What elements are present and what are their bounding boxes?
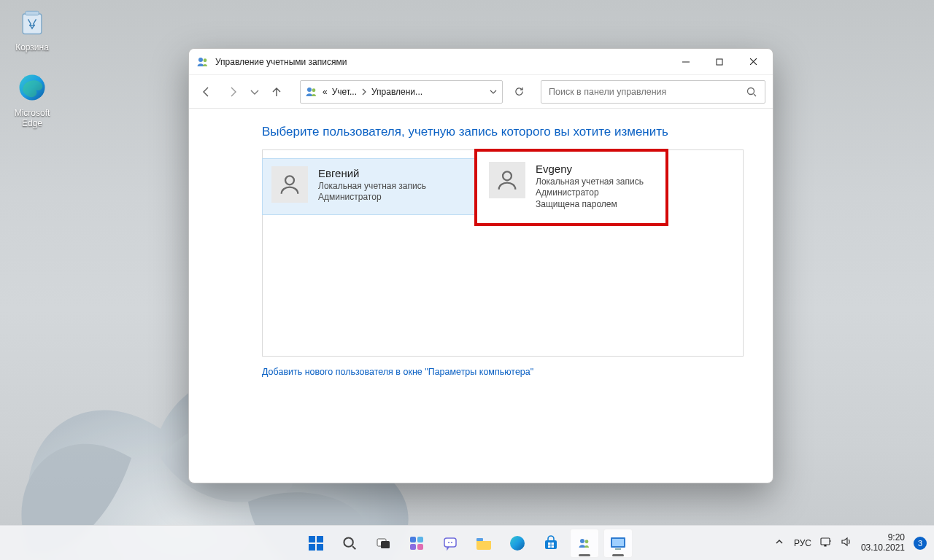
taskbar-app-control-panel[interactable] [603, 529, 633, 558]
svg-point-8 [748, 88, 754, 94]
date: 03.10.2021 [861, 543, 905, 553]
search-icon [746, 86, 757, 98]
svg-point-7 [312, 88, 316, 92]
svg-rect-35 [612, 539, 624, 546]
svg-rect-17 [381, 541, 390, 548]
minimize-button[interactable] [669, 50, 703, 74]
widgets-button[interactable] [402, 529, 431, 558]
svg-point-9 [285, 176, 294, 184]
svg-point-26 [510, 536, 525, 551]
taskbar: РУС 9:20 03.10.2021 3 [0, 525, 934, 560]
close-button[interactable] [736, 50, 770, 74]
address-dropdown[interactable] [489, 88, 498, 96]
user-sub: Локальная учетная запись [536, 176, 644, 188]
avatar-icon [271, 166, 308, 203]
recent-dropdown[interactable] [249, 82, 260, 102]
chevron-right-icon [361, 88, 367, 96]
window-title: Управление учетными записями [215, 57, 347, 67]
svg-rect-18 [410, 537, 416, 542]
content-area: Выберите пользователя, учетную запись ко… [189, 109, 773, 483]
recycle-bin-icon [15, 4, 50, 39]
highlight-annotation: Evgeny Локальная учетная запись Админист… [474, 149, 668, 226]
user-name: Евгений [318, 166, 426, 181]
svg-rect-27 [545, 540, 557, 549]
taskbar-tray: РУС 9:20 03.10.2021 3 [773, 533, 927, 553]
svg-rect-19 [417, 537, 423, 542]
avatar-icon [489, 162, 525, 198]
add-new-user-link[interactable]: Добавить нового пользователя в окне "Пар… [262, 367, 533, 377]
search-box[interactable] [541, 80, 765, 104]
svg-point-3 [198, 58, 203, 62]
taskbar-app-netplwiz[interactable] [570, 529, 599, 558]
user-list: Евгений Локальная учетная запись Админис… [262, 149, 744, 357]
svg-rect-37 [821, 538, 830, 545]
breadcrumb-seg[interactable]: Управлени... [371, 87, 422, 97]
explorer-button[interactable] [469, 529, 498, 558]
svg-point-32 [580, 539, 584, 543]
taskbar-center [301, 529, 633, 558]
svg-rect-22 [444, 538, 456, 547]
svg-rect-31 [552, 545, 555, 548]
svg-rect-13 [309, 544, 315, 551]
svg-point-23 [448, 542, 449, 543]
taskbar-search[interactable] [335, 529, 364, 558]
user-card-evgenij[interactable]: Евгений Локальная учетная запись Админис… [263, 159, 474, 214]
edge-button[interactable] [503, 529, 532, 558]
svg-rect-5 [717, 59, 722, 65]
maximize-button[interactable] [703, 50, 736, 74]
user-sub: Администратор [536, 187, 644, 199]
chat-button[interactable] [436, 529, 465, 558]
time: 9:20 [861, 533, 905, 543]
svg-rect-25 [476, 538, 483, 541]
up-button[interactable] [266, 82, 287, 102]
desktop-icon-label: Edge [4, 118, 60, 128]
language-indicator[interactable]: РУС [794, 538, 811, 548]
svg-point-33 [585, 540, 589, 543]
desktop: Корзина Microsoft Edge [0, 0, 934, 560]
svg-rect-21 [417, 544, 423, 550]
refresh-button[interactable] [509, 82, 529, 102]
user-sub: Администратор [318, 192, 426, 203]
svg-rect-12 [317, 536, 323, 542]
back-button[interactable] [196, 82, 217, 102]
svg-rect-0 [23, 14, 42, 34]
svg-rect-36 [615, 548, 621, 550]
breadcrumb-prefix: « [323, 87, 328, 97]
desktop-icon-label: Microsoft [4, 108, 60, 118]
desktop-icon-recycle-bin[interactable]: Корзина [4, 4, 60, 52]
svg-rect-1 [26, 11, 39, 15]
svg-point-6 [307, 88, 312, 92]
start-button[interactable] [301, 529, 331, 558]
toolbar: « Учет... Управлени... [189, 75, 773, 109]
control-panel-window: Управление учетными записями [188, 48, 773, 483]
user-name: Evgeny [536, 162, 644, 176]
titlebar[interactable]: Управление учетными записями [189, 49, 773, 75]
clock[interactable]: 9:20 03.10.2021 [861, 533, 905, 553]
svg-rect-29 [552, 542, 555, 545]
svg-point-15 [344, 537, 352, 546]
svg-rect-28 [548, 542, 551, 545]
store-button[interactable] [536, 529, 566, 558]
search-input[interactable] [549, 87, 746, 97]
edge-icon [15, 70, 50, 105]
breadcrumb-seg[interactable]: Учет... [332, 87, 357, 97]
svg-point-4 [204, 58, 207, 62]
notifications-badge[interactable]: 3 [914, 537, 927, 550]
user-card-evgeny[interactable]: Evgeny Локальная учетная запись Админист… [480, 155, 663, 220]
svg-rect-11 [309, 536, 315, 542]
user-sub: Локальная учетная запись [318, 181, 426, 192]
desktop-icon-edge[interactable]: Microsoft Edge [4, 70, 60, 128]
desktop-icon-label: Корзина [4, 42, 60, 52]
volume-icon[interactable] [841, 536, 852, 550]
forward-button[interactable] [223, 82, 243, 102]
svg-rect-20 [410, 544, 416, 550]
tray-overflow[interactable] [773, 536, 785, 550]
network-icon[interactable] [820, 536, 832, 550]
task-view-button[interactable] [368, 529, 398, 558]
svg-rect-14 [317, 544, 323, 551]
svg-point-10 [503, 171, 512, 180]
user-sub: Защищена паролем [536, 199, 644, 211]
page-heading: Выберите пользователя, учетную запись ко… [262, 125, 744, 139]
user-accounts-icon [196, 55, 209, 69]
address-bar[interactable]: « Учет... Управлени... [300, 80, 503, 104]
